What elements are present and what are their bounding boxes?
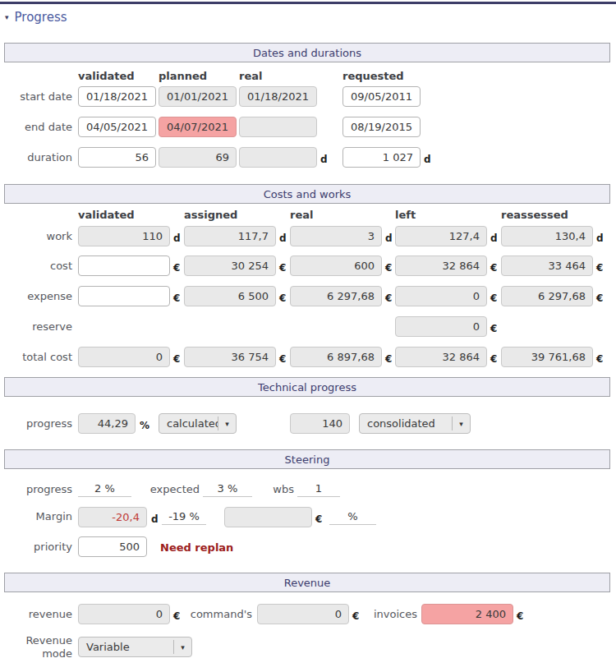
wbs-label: wbs: [263, 483, 294, 495]
total-cost-label: total cost: [0, 351, 72, 363]
unit-euro: €: [385, 353, 392, 365]
unit-day: d: [173, 232, 181, 244]
progress-method-select[interactable]: calculated ▾: [159, 413, 237, 434]
unit-euro: €: [596, 353, 603, 365]
cost-assigned-input: [184, 255, 276, 276]
unit-euro: €: [385, 292, 392, 304]
invoices-label: invoices: [345, 608, 417, 620]
unit-day: d: [385, 232, 393, 244]
unit-euro: €: [279, 353, 286, 365]
duration-real-input: [239, 147, 317, 168]
duration-requested-input[interactable]: [342, 147, 421, 168]
cost-left-input: [395, 255, 487, 276]
duration-validated-input[interactable]: [78, 147, 156, 168]
unit-euro: €: [385, 262, 392, 274]
unit-euro: €: [279, 292, 286, 304]
margin-amount-percent-input[interactable]: [329, 509, 376, 525]
unit-day: d: [596, 232, 604, 244]
total-cost-real-input: [290, 347, 382, 367]
commands-label: command's: [180, 608, 252, 620]
unit-day: d: [320, 154, 328, 165]
need-replan-alert: Need replan: [160, 541, 233, 554]
cost-real-input: [290, 255, 382, 276]
column-header-planned: planned: [159, 70, 207, 82]
revenue-input: [78, 604, 170, 624]
revenue-mode-label: Revenue mode: [0, 634, 72, 660]
start-date-planned-input: [159, 86, 237, 107]
progress-method-value: calculated: [159, 417, 218, 430]
unit-euro: €: [173, 262, 180, 274]
invoices-input: [421, 604, 513, 624]
expense-label: expense: [0, 290, 72, 302]
column-header-left: left: [395, 209, 416, 221]
end-date-label: end date: [0, 121, 72, 133]
unit-euro: €: [596, 292, 603, 304]
unit-euro: €: [279, 262, 286, 274]
steering-progress-input[interactable]: [78, 481, 131, 497]
page-title: Progress: [15, 10, 67, 25]
end-date-real-input: [239, 117, 317, 137]
end-date-requested-input[interactable]: [342, 117, 421, 137]
expense-validated-input[interactable]: [78, 286, 170, 306]
column-header-real: real: [239, 70, 262, 82]
work-reassessed-input: [501, 226, 593, 246]
start-date-label: start date: [0, 90, 72, 103]
section-title: Costs and works: [264, 188, 352, 200]
expense-left-input: [395, 286, 487, 306]
end-date-validated-input[interactable]: [78, 117, 156, 137]
priority-label: priority: [0, 541, 72, 553]
expense-reassessed-input: [501, 286, 593, 306]
unit-euro: €: [596, 262, 603, 274]
unit-day: d: [490, 232, 498, 244]
priority-input[interactable]: [78, 536, 147, 557]
commands-input: [257, 604, 349, 624]
work-real-input: [290, 226, 382, 246]
cost-validated-input[interactable]: [78, 255, 170, 276]
unit-euro: €: [173, 353, 180, 365]
chevron-down-icon: ▾: [453, 420, 470, 428]
total-cost-left-input: [395, 347, 487, 367]
section-header-steering: Steering: [4, 449, 610, 469]
section-title: Dates and durations: [253, 47, 361, 59]
chevron-down-icon: ▾: [174, 643, 191, 651]
margin-percent-input[interactable]: [162, 509, 206, 525]
chevron-down-icon: ▾: [218, 420, 236, 428]
unit-euro: €: [490, 323, 497, 334]
reserve-label: reserve: [0, 320, 72, 333]
section-title: Steering: [285, 453, 330, 466]
end-date-planned-input: [159, 117, 237, 137]
unit-day: d: [151, 513, 159, 525]
unit-euro: €: [315, 513, 322, 525]
start-date-validated-input[interactable]: [78, 86, 156, 107]
unit-day: d: [279, 232, 287, 244]
progress-page: ▾ Progress Dates and durations validated…: [0, 0, 616, 672]
technical-progress-label: progress: [0, 417, 72, 430]
unit-euro: €: [490, 353, 497, 365]
margin-days-input: [78, 507, 147, 527]
progress-section-toggle[interactable]: ▾ Progress: [5, 10, 67, 25]
wbs-input[interactable]: [297, 481, 340, 497]
consolidated-method-select[interactable]: consolidated ▾: [359, 413, 471, 434]
work-assigned-input: [184, 226, 276, 246]
unit-day: d: [424, 154, 431, 165]
work-validated-input: [78, 226, 170, 246]
section-header-dates: Dates and durations: [4, 43, 610, 62]
cost-reassessed-input: [501, 255, 593, 276]
expected-progress-input[interactable]: [203, 481, 252, 497]
reserve-left-input: [395, 316, 487, 337]
revenue-mode-select[interactable]: Variable ▾: [78, 637, 192, 657]
expense-real-input: [290, 286, 382, 306]
unit-percent: %: [140, 420, 149, 431]
column-header-real: real: [290, 209, 313, 221]
column-header-requested: requested: [342, 70, 404, 82]
unit-euro: €: [173, 292, 180, 304]
duration-planned-input: [159, 147, 237, 168]
column-header-reassessed: reassessed: [501, 209, 568, 221]
steering-progress-label: progress: [0, 483, 72, 495]
unit-euro: €: [490, 262, 497, 274]
column-header-validated: validated: [78, 209, 135, 221]
section-header-costs: Costs and works: [4, 184, 610, 204]
start-date-requested-input[interactable]: [342, 86, 421, 107]
work-left-input: [395, 226, 487, 246]
section-title: Technical progress: [258, 381, 356, 394]
